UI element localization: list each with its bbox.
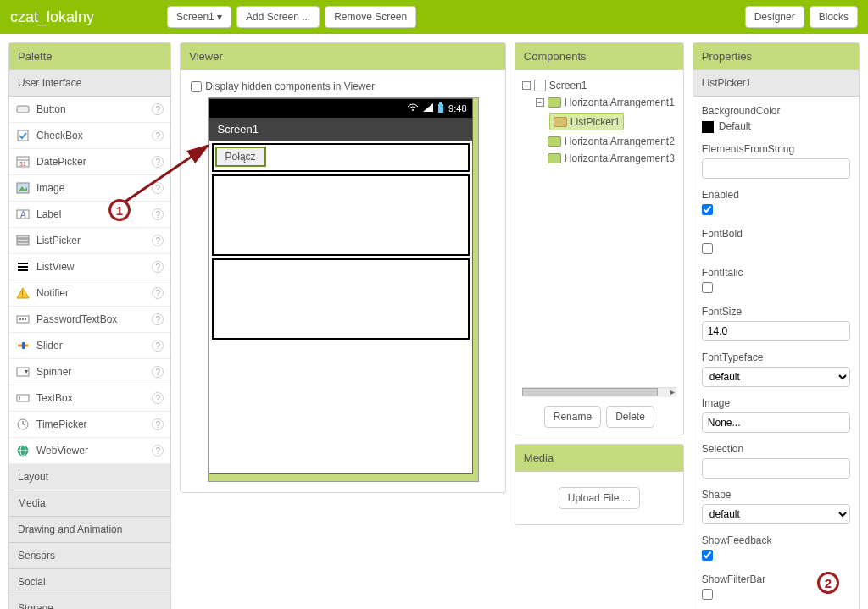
prop-fontitalic-label: FontItalic bbox=[702, 267, 850, 279]
prop-image-input[interactable] bbox=[702, 412, 850, 433]
label-icon: A bbox=[16, 208, 30, 221]
palette-item-image[interactable]: Image ? bbox=[9, 175, 170, 202]
palette-category-sensors[interactable]: Sensors bbox=[9, 543, 170, 569]
prop-backgroundcolor-value[interactable]: Default bbox=[702, 120, 850, 133]
help-icon[interactable]: ? bbox=[152, 130, 164, 141]
help-icon[interactable]: ? bbox=[152, 261, 164, 273]
prop-image-label: Image bbox=[702, 397, 850, 409]
tree-node-ha3[interactable]: HorizontalArrangement3 bbox=[536, 150, 676, 167]
display-hidden-label: Display hidden components in Viewer bbox=[205, 80, 375, 92]
tree-node-ha1[interactable]: – HorizontalArrangement1 bbox=[536, 94, 676, 111]
help-icon[interactable]: ? bbox=[152, 235, 164, 246]
scroll-thumb[interactable] bbox=[522, 388, 658, 396]
preview-horizontalarrangement2[interactable] bbox=[212, 174, 470, 256]
svg-text:31: 31 bbox=[19, 161, 26, 167]
rename-button[interactable]: Rename bbox=[544, 406, 601, 428]
svg-marker-34 bbox=[423, 103, 433, 112]
button-icon bbox=[16, 102, 30, 116]
palette-item-button[interactable]: Button ? bbox=[9, 97, 170, 123]
caret-down-icon: ▾ bbox=[217, 11, 222, 23]
palette-item-listview[interactable]: ListView ? bbox=[9, 254, 170, 280]
upload-file-button[interactable]: Upload File ... bbox=[559, 487, 640, 509]
palette-item-datepicker[interactable]: 31 DatePicker ? bbox=[9, 149, 170, 175]
prop-fontsize-input[interactable] bbox=[702, 321, 850, 341]
palette-item-listpicker[interactable]: ListPicker ? bbox=[9, 228, 170, 254]
prop-enabled-checkbox[interactable] bbox=[702, 204, 713, 215]
prop-showfeedback-checkbox[interactable] bbox=[702, 550, 713, 561]
palette-item-slider[interactable]: Slider ? bbox=[9, 333, 170, 359]
help-icon[interactable]: ? bbox=[152, 392, 164, 404]
checkbox-icon bbox=[16, 129, 30, 142]
delete-button[interactable]: Delete bbox=[606, 406, 654, 428]
help-icon[interactable]: ? bbox=[152, 156, 164, 168]
prop-fonttypeface-select[interactable]: default bbox=[702, 367, 850, 387]
slider-icon bbox=[16, 339, 30, 352]
tree-node-listpicker1[interactable]: ListPicker1 bbox=[549, 111, 676, 133]
phone-statusbar: 9:48 bbox=[209, 99, 472, 118]
viewer-header: Viewer bbox=[181, 43, 505, 70]
preview-empty-area[interactable] bbox=[212, 342, 470, 471]
palette-item-label[interactable]: A Label ? bbox=[9, 202, 170, 228]
help-icon[interactable]: ? bbox=[152, 366, 164, 378]
palette-item-passwordtextbox[interactable]: PasswordTextBox ? bbox=[9, 307, 170, 333]
media-panel: Media Upload File ... bbox=[515, 444, 684, 525]
palette-item-notifier[interactable]: ! Notifier ? bbox=[9, 280, 170, 307]
palette-category-media[interactable]: Media bbox=[9, 490, 170, 517]
remove-screen-button[interactable]: Remove Screen bbox=[325, 6, 416, 28]
tree-node-ha2[interactable]: HorizontalArrangement2 bbox=[536, 133, 676, 150]
designer-button[interactable]: Designer bbox=[745, 6, 804, 28]
help-icon[interactable]: ? bbox=[152, 208, 164, 220]
preview-horizontalarrangement1[interactable]: Połącz bbox=[212, 143, 470, 172]
palette-item-textbox[interactable]: TextBox ? bbox=[9, 385, 170, 412]
prop-fontbold-checkbox[interactable] bbox=[702, 243, 713, 254]
palette-category-storage[interactable]: Storage bbox=[9, 595, 170, 609]
preview-listpicker1[interactable]: Połącz bbox=[215, 147, 266, 167]
svg-rect-10 bbox=[17, 239, 29, 241]
palette-category-layout[interactable]: Layout bbox=[9, 464, 170, 490]
help-icon[interactable]: ? bbox=[152, 313, 164, 325]
tree-node-screen1[interactable]: – Screen1 bbox=[522, 77, 676, 94]
prop-elementsfromstring-input[interactable] bbox=[702, 158, 850, 179]
media-header: Media bbox=[515, 445, 683, 472]
svg-rect-11 bbox=[17, 242, 29, 245]
prop-selection-input[interactable] bbox=[702, 458, 850, 479]
palette-item-timepicker[interactable]: TimePicker ? bbox=[9, 412, 170, 438]
collapse-icon[interactable]: – bbox=[536, 98, 544, 107]
svg-rect-0 bbox=[17, 106, 29, 113]
prop-shape-label: Shape bbox=[702, 489, 850, 501]
prop-fonttypeface-label: FontTypeface bbox=[702, 352, 850, 363]
phone-preview: 9:48 Screen1 Połącz bbox=[208, 97, 479, 482]
svg-point-19 bbox=[22, 318, 24, 320]
display-hidden-checkbox[interactable] bbox=[191, 81, 202, 92]
prop-showfilterbar-checkbox[interactable] bbox=[702, 589, 713, 600]
collapse-icon[interactable]: – bbox=[522, 81, 531, 90]
preview-horizontalarrangement3[interactable] bbox=[212, 258, 470, 340]
palette-item-webviewer[interactable]: WebViewer ? bbox=[9, 438, 170, 464]
prop-fontitalic-checkbox[interactable] bbox=[702, 282, 713, 293]
help-icon[interactable]: ? bbox=[152, 103, 164, 115]
help-icon[interactable]: ? bbox=[152, 445, 164, 457]
palette-item-spinner[interactable]: Spinner ? bbox=[9, 359, 170, 385]
help-icon[interactable]: ? bbox=[152, 340, 164, 352]
battery-icon bbox=[437, 102, 444, 114]
wifi-icon bbox=[407, 103, 419, 113]
screen-dropdown[interactable]: Screen1 ▾ bbox=[167, 6, 231, 28]
prop-shape-select[interactable]: default bbox=[702, 504, 850, 524]
palette-item-checkbox[interactable]: CheckBox ? bbox=[9, 123, 170, 149]
prop-showfeedback-label: ShowFeedback bbox=[702, 534, 850, 546]
add-screen-button[interactable]: Add Screen ... bbox=[236, 6, 320, 28]
scroll-right-icon[interactable]: ▸ bbox=[668, 387, 678, 396]
layout-icon bbox=[548, 153, 561, 163]
component-tree: – Screen1 – HorizontalArrangement1 bbox=[522, 77, 676, 167]
palette-category-drawing[interactable]: Drawing and Animation bbox=[9, 517, 170, 543]
annotation-2: 2 bbox=[817, 572, 839, 594]
help-icon[interactable]: ? bbox=[152, 287, 164, 299]
palette-category-open[interactable]: User Interface bbox=[9, 70, 170, 97]
palette-category-social[interactable]: Social bbox=[9, 569, 170, 595]
blocks-button[interactable]: Blocks bbox=[810, 6, 858, 28]
help-icon[interactable]: ? bbox=[152, 182, 164, 194]
svg-point-18 bbox=[19, 318, 21, 320]
component-scrollbar[interactable]: ◂ ▸ bbox=[522, 387, 676, 397]
help-icon[interactable]: ? bbox=[152, 418, 164, 430]
properties-component: ListPicker1 bbox=[693, 70, 859, 97]
